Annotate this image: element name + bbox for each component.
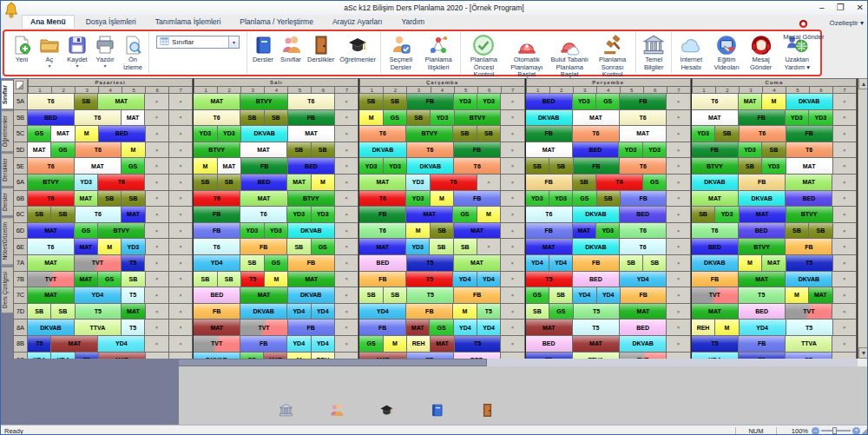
lesson-card-BED[interactable]: BED [573,142,620,159]
lesson-card-YD4[interactable]: YD4 [454,320,477,336]
empty-slot[interactable]: × [335,304,358,320]
lesson-card-SB[interactable]: SB [28,207,51,223]
lesson-card-BED[interactable]: BED [28,110,75,127]
view-selector-combo[interactable]: Sınıflar▾ [156,36,240,49]
lesson-card-YD4[interactable]: YD4 [194,255,240,272]
lesson-card-GS[interactable]: GS [240,353,264,359]
class-label[interactable]: 8C [13,353,28,359]
lesson-card-MAT[interactable]: MAT [739,94,762,110]
lesson-card-SB[interactable]: SB [739,158,762,175]
lesson-card-MAT[interactable]: MAT [288,272,335,288]
lesson-card-T5[interactable]: T5 [692,336,739,353]
empty-slot[interactable]: × [833,320,857,336]
lesson-card-MAT[interactable]: MAT [240,142,287,159]
empty-slot[interactable]: × [169,126,193,142]
lesson-card-DKVAB[interactable]: DKVAB [573,239,620,255]
empty-slot[interactable]: × [145,94,168,110]
empty-slot[interactable]: × [833,110,857,127]
lesson-card-YD4[interactable]: YD4 [359,304,406,320]
lesson-card-T6[interactable]: T6 [786,142,833,159]
lesson-card-T6[interactable]: T6 [194,239,240,255]
lesson-card-FB[interactable]: FB [288,110,335,127]
lesson-card-FB[interactable]: FB [359,207,406,223]
lesson-card-YD3[interactable]: YD3 [477,94,501,110]
empty-slot[interactable]: × [146,126,169,142]
empty-slot[interactable]: × [169,239,193,255]
lesson-card-DKVAB[interactable]: DKVAB [573,207,620,223]
lesson-card-TVT[interactable]: TVT [194,336,240,353]
lesson-card-T6[interactable]: T6 [28,158,75,175]
lesson-card-FB[interactable]: FB [526,126,573,142]
lesson-card-YD4[interactable]: YD4 [597,287,621,304]
empty-slot[interactable]: × [667,304,690,320]
lesson-card-SB[interactable]: SB [526,158,549,175]
lesson-card-SB[interactable]: SB [28,304,51,320]
lesson-card-BTVY[interactable]: BTVY [194,142,240,159]
empty-slot[interactable]: × [833,255,857,272]
lesson-card-YD4[interactable]: YD4 [573,287,596,304]
lesson-card-YD4[interactable]: YD4 [477,320,501,336]
lesson-card-MAT[interactable]: MAT [98,94,145,110]
empty-slot[interactable]: × [169,320,193,336]
lesson-card-DKVAB[interactable]: DKVAB [786,272,832,288]
lesson-card-FB[interactable]: FB [240,239,287,255]
lesson-card-T6[interactable]: T6 [288,94,335,110]
lesson-card-MAT[interactable]: MAT [75,239,98,255]
lesson-card-SB[interactable]: SB [549,287,573,304]
empty-slot[interactable]: × [169,287,193,304]
empty-slot[interactable]: × [146,304,169,320]
lesson-card-GS[interactable]: GS [98,272,122,288]
lesson-card-SB[interactable]: SB [597,191,621,208]
class-label[interactable]: 7C [13,287,28,304]
empty-slot[interactable]: × [667,272,691,288]
empty-slot[interactable]: × [169,353,193,359]
vertical-scrollbar[interactable]: ▲ ▼ [858,78,868,359]
empty-slot[interactable]: × [335,191,359,208]
menu-tab-2[interactable]: Dosya İşlemleri [78,16,144,28]
lesson-card-SB[interactable]: SB [287,239,311,255]
lesson-card-T5[interactable]: T5 [28,336,51,353]
empty-slot[interactable]: × [501,110,524,127]
empty-slot[interactable]: × [335,272,358,288]
class-label[interactable]: 7B [13,272,28,288]
lesson-card-FB[interactable]: FB [573,255,620,272]
lesson-card-FB[interactable]: FB [194,304,240,320]
lesson-card-GS[interactable]: GS [51,142,75,159]
lesson-card-GS[interactable]: GS [312,239,335,255]
lesson-card-M[interactable]: M [359,110,383,127]
lesson-card-YD3[interactable]: YD3 [431,110,454,127]
lesson-card-YD3[interactable]: YD3 [75,175,98,191]
lesson-card-GS[interactable]: GS [430,320,453,336]
lesson-card-YD3[interactable]: YD3 [786,110,809,127]
lesson-card-BED[interactable]: BED [739,223,786,240]
ribbon-button-print-preview[interactable]: Ön İzleme [119,32,147,74]
lesson-card-TVT[interactable]: TVT [240,320,287,336]
ribbon-button-siren-cloud[interactable]: Bulut Tabanlı Planlama Başlat [549,32,591,74]
lesson-card-MAT[interactable]: MAT [359,175,406,191]
empty-slot[interactable]: × [501,272,524,288]
lesson-card-MAT[interactable]: MAT [75,191,98,208]
lesson-card-SB[interactable]: SB [620,255,643,272]
lesson-card-MAT[interactable]: MAT [786,175,832,191]
lesson-card-MAT[interactable]: MAT [573,336,620,353]
menu-tab-5[interactable]: Arayüz Ayarları [325,16,390,28]
empty-slot[interactable]: × [501,158,524,175]
lesson-card-SB[interactable]: SB [312,142,335,159]
empty-slot[interactable]: × [832,272,857,288]
lesson-card-M[interactable]: M [384,336,407,353]
lesson-card-MAT[interactable]: MAT [51,336,98,353]
lesson-card-T6[interactable]: T6 [407,142,454,159]
lesson-card-T6[interactable]: T6 [98,175,145,191]
lesson-card-FB[interactable]: FB [620,94,667,110]
menu-tab-3[interactable]: Tanımlama İşlemleri [148,16,229,28]
lesson-card-YD4[interactable]: YD4 [549,255,573,272]
lesson-card-T6[interactable]: T6 [240,207,287,223]
lesson-card-DKVAB[interactable]: DKVAB [692,255,739,272]
lesson-card-YD3[interactable]: YD3 [359,158,383,175]
lesson-card-T5[interactable]: T5 [122,255,145,272]
lesson-card-YD4[interactable]: YD4 [526,255,549,272]
empty-slot[interactable]: × [833,126,857,142]
lesson-card-SB[interactable]: SB [431,223,454,240]
lesson-card-YD3[interactable]: YD3 [384,158,407,175]
lesson-card-MAT[interactable]: MAT [620,126,667,142]
